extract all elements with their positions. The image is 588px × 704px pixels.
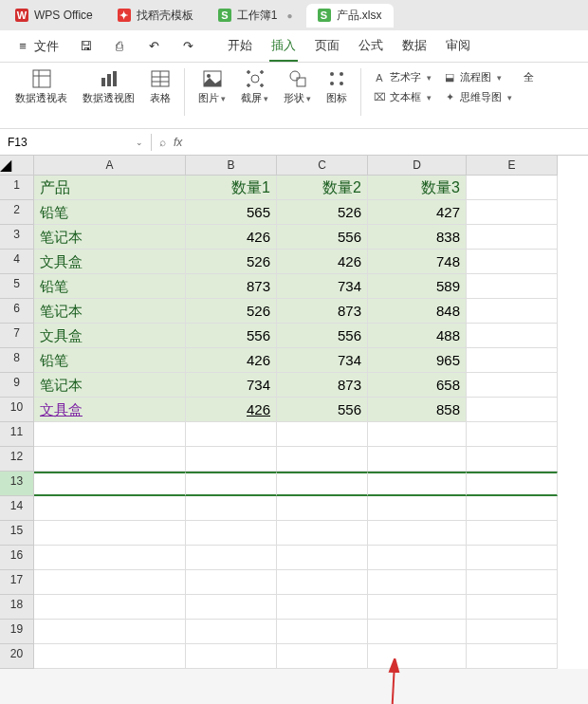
menu-tab-formula[interactable]: 公式 bbox=[357, 31, 385, 62]
cell[interactable] bbox=[368, 644, 467, 669]
cell[interactable] bbox=[467, 348, 558, 373]
row-header[interactable]: 4 bbox=[0, 250, 34, 274]
shapes-button[interactable]: 形状▾ bbox=[278, 68, 317, 105]
cell[interactable] bbox=[467, 373, 558, 398]
row-header[interactable]: 9 bbox=[0, 373, 34, 398]
col-header[interactable]: E bbox=[467, 156, 558, 176]
row-header[interactable]: 14 bbox=[0, 496, 34, 521]
select-all-corner[interactable]: ◢ bbox=[0, 156, 34, 176]
row-header[interactable]: 2 bbox=[0, 200, 34, 225]
cell[interactable]: 产品 bbox=[34, 176, 186, 200]
cell[interactable]: 427 bbox=[368, 200, 467, 225]
row-header[interactable]: 19 bbox=[0, 620, 34, 644]
cell[interactable] bbox=[277, 644, 368, 669]
cell[interactable] bbox=[277, 620, 368, 644]
cell[interactable] bbox=[34, 472, 186, 496]
row-header[interactable]: 3 bbox=[0, 225, 34, 250]
cell[interactable] bbox=[34, 546, 186, 570]
cell[interactable] bbox=[186, 546, 277, 570]
cell[interactable] bbox=[186, 595, 277, 620]
cell[interactable] bbox=[467, 225, 558, 250]
formula-input-area[interactable]: ⌕ fx bbox=[152, 136, 588, 149]
cell[interactable]: 734 bbox=[277, 348, 368, 373]
search-icon[interactable]: ⌕ bbox=[159, 136, 166, 149]
cell[interactable] bbox=[368, 422, 467, 447]
cell[interactable]: 873 bbox=[186, 274, 277, 299]
col-header[interactable]: A bbox=[34, 156, 186, 176]
wordart-button[interactable]: A艺术字▾ bbox=[369, 68, 435, 86]
row-header[interactable]: 1 bbox=[0, 176, 34, 200]
cell[interactable] bbox=[186, 570, 277, 595]
cell[interactable] bbox=[186, 620, 277, 644]
row-header[interactable]: 13 bbox=[0, 472, 34, 496]
cell[interactable]: 556 bbox=[186, 324, 277, 348]
cell[interactable] bbox=[186, 422, 277, 447]
cell[interactable] bbox=[368, 496, 467, 521]
cell[interactable] bbox=[186, 447, 277, 472]
cell[interactable] bbox=[34, 447, 186, 472]
picture-button[interactable]: 图片▾ bbox=[193, 68, 231, 105]
cell[interactable] bbox=[368, 620, 467, 644]
cell[interactable] bbox=[186, 521, 277, 546]
row-header[interactable]: 16 bbox=[0, 546, 34, 570]
cell[interactable] bbox=[34, 644, 186, 669]
cell[interactable]: 526 bbox=[186, 299, 277, 324]
table-button[interactable]: 表格 bbox=[144, 68, 176, 105]
col-header[interactable]: D bbox=[368, 156, 467, 176]
cell[interactable] bbox=[34, 570, 186, 595]
cell[interactable]: 556 bbox=[277, 398, 368, 422]
pivot-chart-button[interactable]: 数据透视图 bbox=[77, 68, 140, 105]
cell[interactable]: 铅笔 bbox=[34, 274, 186, 299]
row-header[interactable]: 20 bbox=[0, 644, 34, 669]
cell[interactable] bbox=[34, 496, 186, 521]
cell[interactable] bbox=[467, 595, 558, 620]
cell[interactable]: 838 bbox=[368, 225, 467, 250]
cell[interactable]: 526 bbox=[186, 250, 277, 274]
row-header[interactable]: 7 bbox=[0, 324, 34, 348]
cell[interactable] bbox=[467, 644, 558, 669]
tab-wps[interactable]: W WPS Office bbox=[4, 5, 104, 26]
cell[interactable] bbox=[277, 472, 368, 496]
cell[interactable]: 734 bbox=[277, 274, 368, 299]
cell[interactable]: 589 bbox=[368, 274, 467, 299]
undo-button[interactable]: ↶ bbox=[138, 35, 169, 58]
row-header[interactable]: 5 bbox=[0, 274, 34, 299]
tab-product[interactable]: S 产品.xlsx bbox=[306, 4, 394, 28]
cell[interactable] bbox=[277, 570, 368, 595]
row-header[interactable]: 18 bbox=[0, 595, 34, 620]
mindmap-button[interactable]: ✦思维导图▾ bbox=[439, 88, 516, 106]
name-box[interactable]: F13 ⌄ bbox=[0, 134, 152, 151]
cell[interactable] bbox=[467, 570, 558, 595]
cell[interactable] bbox=[467, 496, 558, 521]
cell[interactable] bbox=[467, 620, 558, 644]
cell[interactable] bbox=[277, 521, 368, 546]
cell[interactable]: 文具盒 bbox=[34, 250, 186, 274]
cell[interactable]: 556 bbox=[277, 225, 368, 250]
cell[interactable]: 426 bbox=[186, 398, 277, 422]
cell[interactable]: 873 bbox=[277, 299, 368, 324]
cell[interactable] bbox=[368, 546, 467, 570]
menu-tab-review[interactable]: 审阅 bbox=[444, 31, 472, 62]
cell[interactable] bbox=[467, 299, 558, 324]
cell[interactable] bbox=[467, 176, 558, 200]
cell[interactable]: 748 bbox=[368, 250, 467, 274]
cell[interactable] bbox=[467, 447, 558, 472]
menu-tab-start[interactable]: 开始 bbox=[226, 31, 254, 62]
cell[interactable] bbox=[277, 447, 368, 472]
row-header[interactable]: 11 bbox=[0, 422, 34, 447]
cell[interactable]: 数量1 bbox=[186, 176, 277, 200]
fx-icon[interactable]: fx bbox=[174, 136, 182, 149]
cell[interactable] bbox=[34, 521, 186, 546]
cell[interactable]: 658 bbox=[368, 373, 467, 398]
cell[interactable] bbox=[368, 521, 467, 546]
cell[interactable]: 文具盒 bbox=[34, 324, 186, 348]
row-header[interactable]: 12 bbox=[0, 447, 34, 472]
cell[interactable]: 426 bbox=[186, 348, 277, 373]
cell[interactable] bbox=[34, 620, 186, 644]
row-header[interactable]: 10 bbox=[0, 398, 34, 422]
menu-tab-insert[interactable]: 插入 bbox=[269, 31, 298, 62]
cell[interactable]: 556 bbox=[277, 324, 368, 348]
cell[interactable]: 426 bbox=[186, 225, 277, 250]
cell[interactable]: 数量2 bbox=[277, 176, 368, 200]
cell[interactable]: 笔记本 bbox=[34, 225, 186, 250]
